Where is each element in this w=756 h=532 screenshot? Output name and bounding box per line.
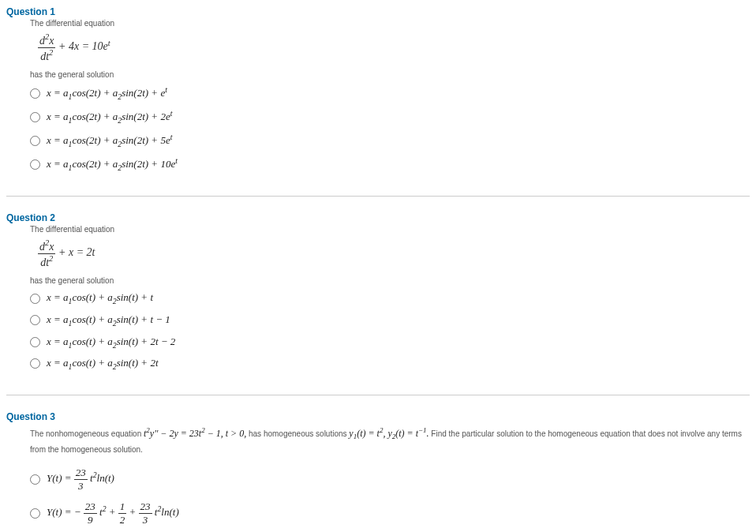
- q3b-sup2a: 2: [103, 504, 107, 513]
- q3-radio-b[interactable]: [30, 508, 40, 519]
- question-1-body: The differential equation d2x dt2 + 4x =…: [30, 19, 750, 172]
- q2a-xa: x = a: [47, 291, 69, 303]
- q2-option-c: x = a1cos(t) + a2sin(t) + 2t − 2: [30, 335, 750, 350]
- q2-radio-b[interactable]: [30, 315, 40, 325]
- q2-stem-2: has the general solution: [30, 276, 750, 285]
- question-2-title: Question 2: [6, 212, 750, 223]
- q1c-supt: t: [170, 133, 173, 141]
- frac-num-x: x: [49, 35, 54, 47]
- question-3-body: The nonhomogeneous equation t2y'' − 2y =…: [30, 424, 750, 532]
- q2-frac-den-sup2: 2: [49, 254, 53, 263]
- fraction-d2x-dt2: d2x dt2: [38, 32, 55, 62]
- q1d-mid1: cos(2t) + a: [72, 158, 118, 170]
- q1c-mid1: cos(2t) + a: [72, 134, 118, 146]
- q3-y1: y1(t) = t2, y2(t) = t−1.: [349, 428, 429, 439]
- q2c-mid: cos(t) + a: [72, 335, 112, 347]
- q2a-end: sin(t) + t: [117, 291, 153, 303]
- q1-options: x = a1cos(2t) + a2sin(2t) + et x = a1cos…: [30, 85, 750, 172]
- q3a-ln: ln(t): [97, 473, 114, 485]
- q1-opt-b-math: x = a1cos(2t) + a2sin(2t) + 2et: [47, 109, 172, 125]
- q2-option-a: x = a1cos(t) + a2sin(t) + t: [30, 291, 750, 305]
- q3b-frac2: 12: [118, 500, 127, 526]
- q3b-frac1: 239: [84, 500, 97, 526]
- q3-stem: The nonhomogeneous equation t2y'' − 2y =…: [30, 424, 750, 458]
- question-1-title: Question 1: [6, 6, 750, 17]
- q3-y2t: (t) = t: [395, 428, 418, 439]
- q1-opt-c-math: x = a1cos(2t) + a2sin(2t) + 5et: [47, 133, 172, 148]
- q3b-plus2: +: [129, 507, 139, 519]
- q1c-pre: x = a: [47, 134, 69, 146]
- q2-opt-d-math: x = a1cos(t) + a2sin(t) + 2t: [47, 357, 159, 371]
- q1-option-a: x = a1cos(2t) + a2sin(2t) + et: [30, 85, 750, 101]
- q2-opt-c-math: x = a1cos(t) + a2sin(t) + 2t − 2: [47, 335, 175, 350]
- q2a-mid: cos(t) + a: [72, 291, 112, 303]
- q1-opt-a-math: x = a1cos(2t) + a2sin(2t) + et: [47, 85, 167, 101]
- q2b-end: sin(t) + t − 1: [117, 313, 170, 325]
- q2-eq-rhs: + x = 2t: [58, 246, 95, 258]
- q2b-xa: x = a: [47, 313, 69, 325]
- q1-radio-c[interactable]: [30, 136, 40, 146]
- q3b-frac3: 233: [139, 500, 152, 526]
- q3-y1t: (t) = t: [357, 428, 380, 439]
- q2d-end: sin(t) + 2t: [117, 357, 159, 369]
- q3-option-b: Y(t) = − 239 t2 + 12 + 233 t2ln(t): [30, 500, 750, 526]
- q2d-mid: cos(t) + a: [72, 357, 112, 369]
- q1d-mid2: sin(2t) + 10e: [122, 158, 175, 170]
- q2-radio-a[interactable]: [30, 294, 40, 304]
- q2-equation: d2x dt2 + x = 2t: [38, 238, 750, 268]
- q2d-xa: x = a: [47, 357, 69, 369]
- q1-radio-a[interactable]: [30, 88, 40, 99]
- fraction-d2x-dt2-q2: d2x dt2: [38, 238, 55, 268]
- q3b-den3: 3: [139, 514, 152, 526]
- question-2: Question 2 The differential equation d2x…: [6, 212, 750, 395]
- q2-radio-d[interactable]: [30, 358, 40, 369]
- frac-den-dt: dt: [40, 50, 49, 62]
- q1a-pre: x = a: [47, 88, 69, 99]
- q3-options: Y(t) = 233 t2ln(t) Y(t) = − 239 t2 + 12 …: [30, 466, 750, 532]
- q3-eqm2: − 1, t > 0,: [205, 428, 247, 439]
- q1-eq-rhs: + 4x = 10e: [58, 40, 108, 52]
- q3-stem-b: has homogeneous solutions: [249, 429, 349, 438]
- q1-radio-b[interactable]: [30, 112, 40, 122]
- q3a-Y: Y(t) =: [47, 473, 74, 485]
- q2-opt-b-math: x = a1cos(t) + a2sin(t) + t − 1: [47, 313, 170, 328]
- q2b-mid: cos(t) + a: [72, 313, 112, 325]
- q2-option-b: x = a1cos(t) + a2sin(t) + t − 1: [30, 313, 750, 328]
- q1b-mid2: sin(2t) + 2e: [122, 111, 170, 123]
- q1-option-b: x = a1cos(2t) + a2sin(2t) + 2et: [30, 109, 750, 125]
- q2c-xa: x = a: [47, 335, 69, 347]
- question-2-body: The differential equation d2x dt2 + x = …: [30, 225, 750, 371]
- q1a-supt: t: [165, 85, 167, 94]
- q1b-supt: t: [170, 109, 173, 118]
- q1-option-c: x = a1cos(2t) + a2sin(2t) + 5et: [30, 133, 750, 148]
- q1c-mid2: sin(2t) + 5e: [122, 134, 170, 146]
- q3-option-a: Y(t) = 233 t2ln(t): [30, 466, 750, 493]
- question-1: Question 1 The differential equation d2x…: [6, 6, 750, 197]
- q1-eq-sup-t: t: [108, 39, 110, 47]
- q3-radio-a[interactable]: [30, 474, 40, 485]
- q3a-num: 23: [74, 466, 88, 480]
- q2-option-d: x = a1cos(t) + a2sin(t) + 2t: [30, 357, 750, 371]
- q3-opt-b-math: Y(t) = − 239 t2 + 12 + 233 t2ln(t): [47, 500, 179, 526]
- q3-eq-main: t2y'' − 2y = 23t2 − 1, t > 0,: [144, 428, 246, 439]
- q2-frac-num-d: d: [39, 241, 45, 253]
- q1-option-d: x = a1cos(2t) + a2sin(2t) + 10et: [30, 156, 750, 172]
- q3-eqm: y'' − 2y = 23t: [150, 428, 201, 439]
- q1-stem-1: The differential equation: [30, 19, 750, 28]
- q1-stem-2: has the general solution: [30, 70, 750, 79]
- q1d-supt: t: [175, 156, 178, 165]
- q2-frac-den-dt: dt: [40, 256, 49, 268]
- q3-opt-a-math: Y(t) = 233 t2ln(t): [47, 466, 114, 493]
- q1b-mid1: cos(2t) + a: [72, 111, 118, 123]
- q3b-Y: Y(t) = −: [47, 507, 84, 519]
- q3a-den: 3: [74, 480, 88, 493]
- q3b-ln: ln(t): [161, 507, 178, 519]
- q2-options: x = a1cos(t) + a2sin(t) + t x = a1cos(t)…: [30, 291, 750, 370]
- q3b-num3: 23: [139, 500, 152, 514]
- q3a-frac: 233: [74, 466, 88, 493]
- q3b-plus1: +: [109, 507, 118, 519]
- q1-opt-d-math: x = a1cos(2t) + a2sin(2t) + 10et: [47, 156, 178, 172]
- question-3-title: Question 3: [6, 411, 750, 422]
- q1-radio-d[interactable]: [30, 159, 40, 170]
- q2-radio-c[interactable]: [30, 337, 40, 347]
